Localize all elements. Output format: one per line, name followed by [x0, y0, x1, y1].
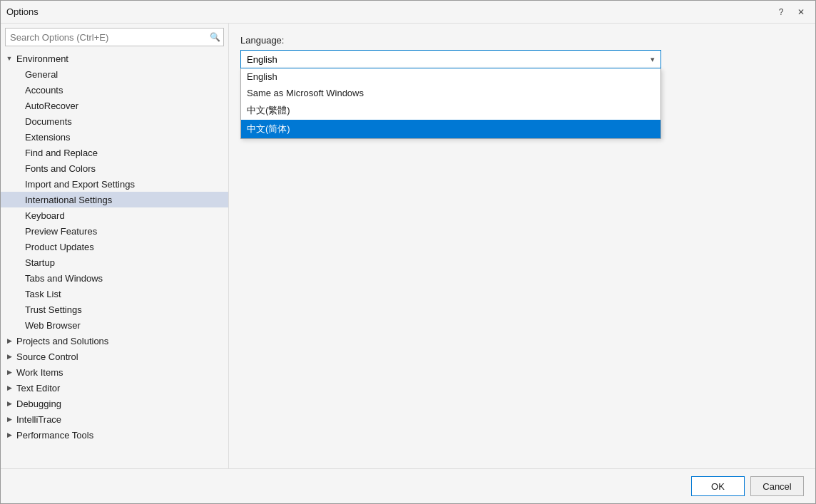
- language-label: Language:: [240, 35, 804, 46]
- title-bar-controls: ? ✕: [772, 5, 810, 19]
- main-content: 🔍 ▼ Environment General Accounts AutoRec…: [1, 24, 815, 468]
- language-selected-value: English: [247, 54, 277, 65]
- dropdown-arrow-icon: ▾: [651, 55, 655, 64]
- tree-label-general: General: [24, 69, 58, 80]
- tree-label-debugging: Debugging: [15, 398, 61, 409]
- expand-icon-workitems: ▶: [4, 366, 15, 378]
- tree-label-sourcecontrol: Source Control: [15, 351, 78, 362]
- left-panel: 🔍 ▼ Environment General Accounts AutoRec…: [1, 24, 229, 468]
- title-bar-left: Options: [6, 6, 39, 17]
- tree-label-tabswindows: Tabs and Windows: [24, 273, 103, 284]
- tree-item-tabswindows[interactable]: Tabs and Windows: [1, 270, 228, 286]
- tree-label-preview: Preview Features: [24, 226, 97, 237]
- ok-button[interactable]: OK: [691, 476, 745, 496]
- tree-item-fontscolors[interactable]: Fonts and Colors: [1, 160, 228, 176]
- tree-item-environment[interactable]: ▼ Environment: [1, 51, 228, 66]
- tree-item-debugging[interactable]: ▶ Debugging: [1, 396, 228, 411]
- tree-item-startup[interactable]: Startup: [1, 254, 228, 270]
- expand-icon-sourcecontrol: ▶: [4, 351, 15, 362]
- tree-label-autorecover: AutoRecover: [24, 101, 78, 111]
- tree-item-texteditor[interactable]: ▶ Text Editor: [1, 380, 228, 396]
- dropdown-option-chinese-simplified[interactable]: 中文(简体): [241, 120, 661, 138]
- tree-item-general[interactable]: General: [1, 66, 228, 82]
- tree-label-international: International Settings: [24, 195, 112, 205]
- tree-label-findreplace: Find and Replace: [24, 148, 98, 158]
- expand-icon-debugging: ▶: [4, 398, 15, 409]
- tree-item-findreplace[interactable]: Find and Replace: [1, 145, 228, 160]
- tree-item-perftools[interactable]: ▶ Performance Tools: [1, 427, 228, 443]
- tree-label-environment: Environment: [15, 53, 68, 64]
- language-dropdown-selected[interactable]: English ▾: [240, 50, 661, 68]
- tree-item-keyboard[interactable]: Keyboard: [1, 207, 228, 223]
- expand-icon-projects: ▶: [4, 335, 15, 346]
- tree-label-intellitrace: IntelliTrace: [15, 414, 61, 425]
- tree-label-texteditor: Text Editor: [15, 383, 60, 394]
- tree-label-keyboard: Keyboard: [24, 210, 65, 221]
- tree-item-sourcecontrol[interactable]: ▶ Source Control: [1, 349, 228, 364]
- search-icon[interactable]: 🔍: [206, 29, 223, 46]
- options-dialog: Options ? ✕ 🔍 ▼ Environment: [0, 0, 816, 504]
- tree-label-productupdates: Product Updates: [24, 242, 94, 252]
- tree-item-autorecover[interactable]: AutoRecover: [1, 98, 228, 113]
- dropdown-option-same-as-windows[interactable]: Same as Microsoft Windows: [241, 85, 661, 101]
- tree-item-tasklist[interactable]: Task List: [1, 286, 228, 302]
- tree-item-intellitrace[interactable]: ▶ IntelliTrace: [1, 411, 228, 427]
- tree-label-importexport: Import and Export Settings: [24, 179, 135, 190]
- tree-label-documents: Documents: [24, 116, 72, 127]
- tree-label-projects: Projects and Solutions: [15, 336, 108, 346]
- tree-label-perftools: Performance Tools: [15, 430, 93, 441]
- tree-label-extensions: Extensions: [24, 132, 71, 143]
- tree-label-webbrowser: Web Browser: [24, 320, 81, 331]
- tree-item-projects[interactable]: ▶ Projects and Solutions: [1, 333, 228, 349]
- tree-item-importexport[interactable]: Import and Export Settings: [1, 176, 228, 192]
- tree-label-trust: Trust Settings: [24, 304, 82, 315]
- tree-item-webbrowser[interactable]: Web Browser: [1, 317, 228, 333]
- search-input[interactable]: [6, 31, 206, 44]
- tree-item-international[interactable]: International Settings: [1, 192, 228, 207]
- tree-item-preview[interactable]: Preview Features: [1, 223, 228, 239]
- tree-label-accounts: Accounts: [24, 85, 63, 96]
- cancel-button[interactable]: Cancel: [750, 476, 804, 496]
- tree-container: ▼ Environment General Accounts AutoRecov…: [1, 49, 228, 468]
- expand-icon-texteditor: ▶: [4, 382, 15, 394]
- tree-item-trust[interactable]: Trust Settings: [1, 302, 228, 317]
- footer: OK Cancel: [1, 468, 815, 503]
- tree-label-workitems: Work Items: [15, 367, 63, 378]
- title-bar: Options ? ✕: [1, 1, 815, 24]
- expand-icon-environment: ▼: [4, 53, 15, 64]
- search-box[interactable]: 🔍: [5, 28, 224, 46]
- tree-item-documents[interactable]: Documents: [1, 113, 228, 129]
- tree-item-workitems[interactable]: ▶ Work Items: [1, 364, 228, 380]
- close-button[interactable]: ✕: [792, 5, 810, 19]
- tree-label-fontscolors: Fonts and Colors: [24, 163, 96, 174]
- tree-item-extensions[interactable]: Extensions: [1, 129, 228, 145]
- help-button[interactable]: ?: [772, 5, 790, 19]
- dialog-title: Options: [6, 6, 39, 17]
- language-dropdown-list: English Same as Microsoft Windows 中文(繁體)…: [240, 68, 661, 139]
- tree-item-productupdates[interactable]: Product Updates: [1, 239, 228, 254]
- language-dropdown-container: English ▾ English Same as Microsoft Wind…: [240, 50, 661, 68]
- tree-item-accounts[interactable]: Accounts: [1, 82, 228, 98]
- expand-icon-intellitrace: ▶: [4, 413, 15, 425]
- dropdown-option-chinese-traditional[interactable]: 中文(繁體): [241, 101, 661, 120]
- tree-label-startup: Startup: [24, 257, 55, 268]
- expand-icon-perftools: ▶: [4, 429, 15, 441]
- right-panel: Language: English ▾ English Same as Micr…: [229, 24, 815, 468]
- tree-label-tasklist: Task List: [24, 289, 61, 299]
- dropdown-option-english[interactable]: English: [241, 68, 661, 85]
